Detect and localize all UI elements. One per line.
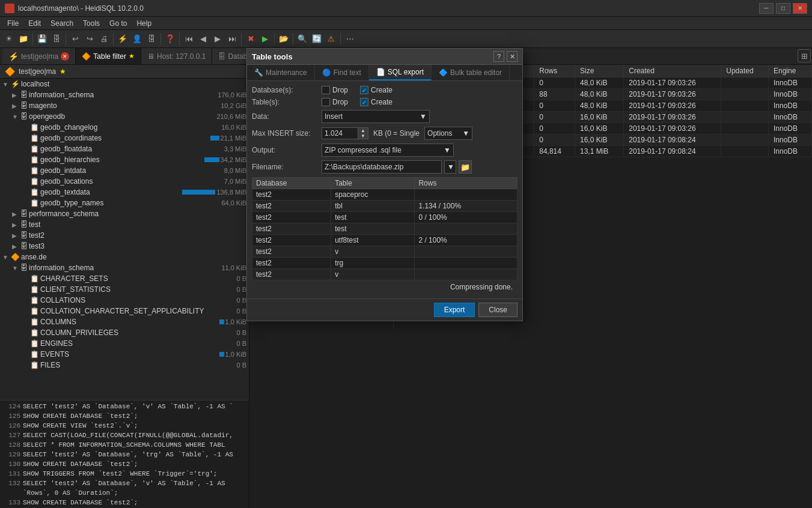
dialog-tab-bulkeditor[interactable]: 🔷 Bulk table editor (432, 65, 510, 80)
tb-sep-8 (293, 33, 293, 45)
filename-input[interactable] (322, 160, 442, 174)
tb-folder-btn[interactable]: 📂 (277, 32, 290, 46)
close-button[interactable]: ✕ (793, 3, 807, 14)
tb-undo-btn[interactable]: ↩ (69, 32, 82, 46)
minimize-button[interactable]: ─ (759, 3, 774, 14)
menu-tools[interactable]: Tools (78, 18, 105, 29)
tb-prev-btn[interactable]: ◀ (197, 32, 210, 46)
tree-client-stats[interactable]: 📋 CLIENT_STATISTICS 0 B (0, 284, 249, 295)
export-button[interactable]: Export (434, 303, 475, 317)
dialog-help-btn[interactable]: ? (493, 51, 504, 62)
spin-up[interactable]: ▲ (358, 128, 368, 133)
tb-warning-btn[interactable]: ⚠ (325, 32, 338, 46)
tree-geodb-intdata[interactable]: 📋 geodb_intdata 8,0 MiB (0, 165, 249, 176)
prog-row[interactable]: test2test (252, 223, 517, 235)
prog-row[interactable]: test2spaceproc (252, 189, 517, 201)
tb-help-btn[interactable]: ❓ (163, 32, 177, 46)
tree-columns[interactable]: 📋 COLUMNS 1,0 KiB (0, 316, 249, 327)
tree-geodb-coordinates[interactable]: 📋 geodb_coordinates 21,1 MiB (0, 133, 249, 144)
tb-first-btn[interactable]: ⏮ (182, 32, 195, 46)
tree-collation-char-set[interactable]: 📋 COLLATION_CHARACTER_SET_APPLICABILITY … (0, 306, 249, 316)
tb-new-btn[interactable]: ☀ (2, 32, 16, 46)
tree-collations[interactable]: 📋 COLLATIONS 0 B (0, 295, 249, 306)
tb-next-btn[interactable]: ▶ (211, 32, 224, 46)
maximize-button[interactable]: □ (776, 3, 790, 14)
tb-connect-btn[interactable]: ⚡ (116, 32, 129, 46)
tab-host[interactable]: 🖥 Host: 127.0.0.1 (141, 48, 212, 64)
menu-search[interactable]: Search (46, 18, 78, 29)
tb-search-btn[interactable]: 🔍 (296, 32, 309, 46)
tree-geodb-textdata[interactable]: 📋 geodb_textdata 136,8 MiB (0, 187, 249, 198)
tb-save-btn[interactable]: 💾 (35, 32, 49, 46)
filename-row: Filename: ▼ 📁 (252, 160, 517, 174)
prog-row[interactable]: test2v (252, 269, 517, 280)
compress-done-msg: Compressing done. (252, 280, 517, 294)
menu-edit[interactable]: Edit (23, 18, 46, 29)
filename-dropdown-arrow[interactable]: ▼ (444, 160, 456, 174)
dialog-tab-maintenance[interactable]: 🔧 Maintenance (247, 65, 315, 80)
db-drop-checkbox[interactable] (322, 86, 330, 94)
tab-fav-star: ★ (129, 52, 135, 60)
tb-run-btn[interactable]: ▶ (258, 32, 272, 46)
tb-sep-2 (66, 33, 66, 45)
max-insert-input[interactable] (322, 127, 358, 139)
tb-new-db-btn[interactable]: 🗄 (145, 32, 158, 46)
tree-test2[interactable]: ▶ 🗄 test2 (0, 230, 249, 241)
tree-geodb-hierarchies[interactable]: 📋 geodb_hierarchies 34,2 MiB (0, 154, 249, 165)
tbl-drop-checkbox[interactable] (322, 98, 330, 106)
tb-sep-6 (241, 33, 242, 45)
prog-row[interactable]: test2trg (252, 258, 517, 269)
tree-test[interactable]: ▶ 🗄 test (0, 219, 249, 230)
tab-tablefilter[interactable]: 🔶 Table filter ★ (76, 48, 141, 64)
options-dropdown[interactable]: Options ▼ (424, 127, 472, 140)
tree-performance-schema[interactable]: ▶ 🗄 performance_schema (0, 208, 249, 219)
dialog-tab-sqlexport[interactable]: 📄 SQL export (369, 65, 432, 80)
tab-screen-btn[interactable]: ⊞ (798, 49, 811, 62)
tree-geodb-locations[interactable]: 📋 geodb_locations 7,0 MiB (0, 176, 249, 187)
output-dropdown[interactable]: ZIP compressed .sql file ▼ (322, 144, 454, 157)
dialog-close-btn[interactable]: ✕ (507, 51, 517, 62)
tree-char-sets[interactable]: 📋 CHARACTER_SETS 0 B (0, 273, 249, 284)
tb-open-btn[interactable]: 📁 (17, 32, 30, 46)
tree-ansede[interactable]: ▼ 🔶 anse.de (0, 252, 249, 262)
prog-row[interactable]: test2v (252, 246, 517, 258)
menu-help[interactable]: Help (132, 18, 156, 29)
prog-row[interactable]: test2utf8test2 / 100% (252, 235, 517, 246)
tree-geodb-type-names[interactable]: 📋 geodb_type_names 64,0 KiB (0, 198, 249, 208)
prog-row[interactable]: test2tbl1.134 / 100% (252, 201, 517, 212)
tb-saveall-btn[interactable]: 🗄 (50, 32, 63, 46)
tree-ansede-info-schema[interactable]: ▼ 🗄 information_schema 11,0 KiB (0, 262, 249, 273)
tree-column-privs[interactable]: 📋 COLUMN_PRIVILEGES 0 B (0, 327, 249, 338)
tree-events[interactable]: 📋 EVENTS 1,0 KiB (0, 349, 249, 360)
tb-stop-btn[interactable]: ✖ (244, 32, 257, 46)
tree-information-schema[interactable]: ▶ 🗄 information_schema 176,0 KiB (0, 89, 249, 100)
folder-browse-btn[interactable]: 📁 (459, 160, 472, 174)
dialog-tab-findtext[interactable]: 🔵 Find text (315, 65, 369, 80)
close-dialog-button[interactable]: Close (478, 303, 517, 317)
prog-row[interactable]: test2test0 / 100% (252, 212, 517, 223)
tb-users-btn[interactable]: 👤 (130, 32, 144, 46)
menu-file[interactable]: File (2, 18, 23, 29)
tab-close-testgeoma[interactable]: ✕ (61, 52, 69, 61)
tb-last-btn[interactable]: ⏭ (225, 32, 239, 46)
tree-engines[interactable]: 📋 ENGINES 0 B (0, 338, 249, 349)
tree-magento[interactable]: ▶ 🗄 magento 10,2 GiB (0, 100, 249, 111)
spin-down[interactable]: ▼ (358, 133, 368, 139)
db-create-checkbox[interactable]: ✓ (360, 86, 368, 94)
tb-more-btn[interactable]: ⋯ (343, 32, 356, 46)
tree-files[interactable]: 📋 FILES 0 B (0, 360, 249, 370)
tree-geodb-floatdata[interactable]: 📋 geodb_floatdata 3,3 MiB (0, 144, 249, 154)
tree-geodb-changelog[interactable]: 📋 geodb_changelog 16,0 KiB (0, 122, 249, 133)
tb-history-btn[interactable]: 🔄 (310, 32, 323, 46)
data-dropdown[interactable]: Insert ▼ (322, 110, 430, 123)
tbl-create-checkbox[interactable]: ✓ (360, 98, 368, 106)
menu-goto[interactable]: Go to (105, 18, 132, 29)
tb-redo-btn[interactable]: ↪ (83, 32, 96, 46)
tree-opengeodb[interactable]: ▼ 🗄 opengeodb 210,6 MiB (0, 111, 249, 122)
tb-print-btn[interactable]: 🖨 (97, 32, 111, 46)
tab-testgeoma[interactable]: ⚡ test|geo|ma ✕ (2, 48, 76, 64)
tree-localhost[interactable]: ▼ ⚡ localhost (0, 79, 249, 89)
tree-area: ▼ ⚡ localhost ▶ 🗄 information_schema 176… (0, 79, 249, 400)
tree-test3[interactable]: ▶ 🗄 test3 (0, 241, 249, 252)
tab-icon-tablefilter: 🔶 (82, 52, 91, 61)
